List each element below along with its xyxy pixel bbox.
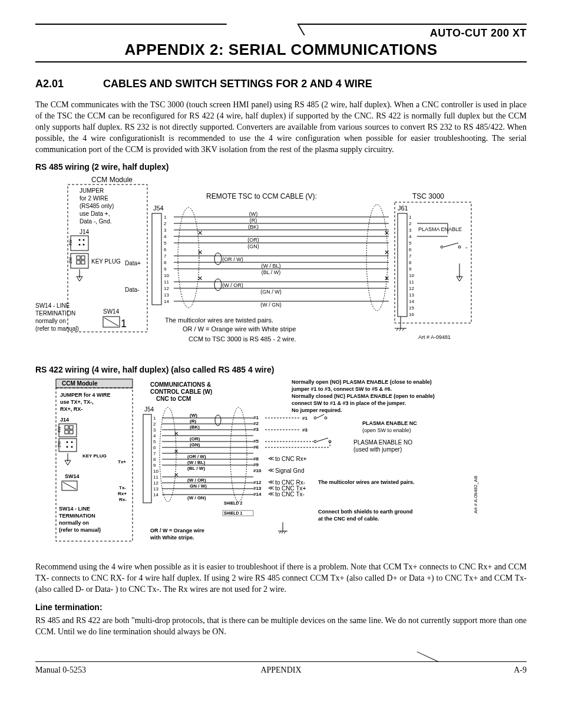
svg-rect-91	[395, 202, 471, 323]
svg-point-115	[458, 246, 461, 248]
svg-line-116	[444, 243, 458, 247]
svg-text:at the CNC end of cable.: at the CNC end of cable.	[318, 516, 379, 522]
svg-text:13: 13	[153, 486, 158, 492]
svg-text:7: 7	[164, 253, 167, 259]
svg-line-146	[63, 482, 76, 489]
svg-text:7: 7	[409, 253, 412, 259]
svg-line-30	[104, 318, 118, 326]
svg-text:The multicolor wires are twist: The multicolor wires are twisted pairs.	[165, 317, 273, 324]
svg-text:#5: #5	[253, 439, 259, 444]
svg-point-139	[71, 446, 73, 448]
svg-rect-35	[152, 213, 161, 305]
svg-text:#1: #1	[253, 415, 259, 420]
svg-text:12: 12	[153, 480, 158, 486]
svg-line-231	[279, 531, 281, 533]
svg-point-12	[83, 244, 85, 246]
svg-text:(GN): (GN)	[247, 243, 259, 249]
svg-point-80	[178, 207, 199, 308]
diagram2-heading: RS 422 wiring (4 wire, half duplex) (als…	[35, 365, 527, 374]
svg-rect-17	[77, 261, 80, 264]
svg-text:✕: ✕	[197, 275, 203, 282]
svg-text:(open SW to enable): (open SW to enable)	[362, 427, 411, 433]
svg-text:✕: ✕	[174, 430, 178, 437]
svg-text:(W / BL): (W / BL)	[187, 460, 206, 465]
svg-text:9: 9	[164, 266, 167, 272]
intro-paragraph: The CCM communicates with the TSC 3000 (…	[35, 100, 527, 155]
svg-text:JUMPER  for 4 WIRE: JUMPER for 4 WIRE	[60, 392, 111, 398]
svg-text:(OR): (OR)	[190, 436, 200, 442]
footer-right: A-9	[514, 666, 527, 675]
svg-text:#1: #1	[302, 416, 308, 421]
svg-text:(used with jumper): (used with jumper)	[353, 446, 402, 453]
svg-text:Normally open (NO) PLASMA ENAB: Normally open (NO) PLASMA ENABLE (close …	[292, 379, 432, 385]
svg-text:(RS485 only): (RS485 only)	[80, 203, 114, 209]
svg-text:#8: #8	[253, 456, 259, 462]
footer-center: APPENDIX	[260, 666, 301, 675]
svg-line-89	[402, 328, 404, 331]
svg-text:14: 14	[153, 492, 158, 498]
svg-text:COMMUNICATIONS &: COMMUNICATIONS &	[150, 381, 211, 388]
svg-text:4: 4	[409, 234, 412, 239]
svg-point-79	[214, 279, 222, 291]
svg-line-88	[399, 328, 401, 331]
svg-text:CCM Module: CCM Module	[91, 176, 133, 184]
svg-rect-131	[70, 426, 73, 429]
svg-text:10: 10	[409, 273, 414, 278]
svg-text:8: 8	[153, 457, 156, 462]
svg-text:5: 5	[409, 241, 412, 246]
svg-text:13: 13	[409, 292, 414, 298]
svg-point-10	[83, 239, 85, 241]
svg-text:with White stripe.: with White stripe.	[150, 535, 194, 541]
svg-text:-: -	[465, 243, 468, 251]
svg-text:(W / OR): (W / OR)	[222, 282, 243, 288]
svg-text:(refer to manual): (refer to manual)	[35, 325, 79, 332]
svg-text:use TX+, TX-,: use TX+, TX-,	[60, 399, 94, 405]
svg-text:(BK): (BK)	[248, 224, 259, 230]
diagram1-heading: RS 485 wiring (2 wire, half duplex)	[35, 162, 527, 172]
svg-text:(GN): (GN)	[190, 442, 200, 447]
svg-text:#2: #2	[253, 421, 259, 426]
svg-text:Data-: Data-	[125, 286, 139, 293]
svg-text:use Data +,: use Data +,	[80, 210, 110, 217]
svg-text:Normally closed (NC) PLASMA EN: Normally closed (NC) PLASMA ENABLE (open…	[292, 393, 435, 399]
svg-text:3: 3	[409, 228, 412, 233]
svg-point-138	[67, 446, 68, 448]
svg-text:≪: ≪	[268, 490, 274, 497]
svg-text:4W: 4W	[68, 240, 72, 246]
svg-text:7: 7	[153, 451, 156, 456]
svg-text:(GN / W): (GN / W)	[260, 289, 282, 295]
svg-text:1: 1	[153, 416, 156, 421]
svg-text:normally on: normally on	[35, 318, 66, 324]
svg-text:(OR): (OR)	[247, 237, 259, 243]
svg-text:11: 11	[409, 279, 414, 285]
svg-text:PLASMA ENABLE: PLASMA ENABLE	[418, 226, 462, 232]
svg-text:J14: J14	[60, 417, 69, 423]
diagram-rs485: CCM Module JUMPER for 2 WIRE (RS485 only…	[35, 175, 527, 358]
svg-rect-15	[77, 256, 80, 259]
svg-text:KEY PLUG: KEY PLUG	[82, 453, 107, 459]
svg-text:12: 12	[164, 286, 169, 291]
svg-text:TSC 3000: TSC 3000	[412, 192, 444, 200]
svg-text:11: 11	[164, 279, 169, 285]
svg-point-243	[325, 417, 327, 419]
svg-text:(W): (W)	[249, 211, 258, 217]
line-term-paragraph: RS 485 and RS 422 are both "multi-drop p…	[35, 615, 527, 638]
svg-text:#3: #3	[302, 427, 308, 433]
line-term-heading: Line termination:	[35, 602, 527, 612]
svg-rect-16	[81, 256, 85, 259]
svg-text:CCM to TSC 3000 is RS 485  - 2: CCM to TSC 3000 is RS 485 - 2 wire.	[189, 335, 296, 342]
svg-text:normally on: normally on	[59, 520, 89, 526]
svg-text:#10: #10	[253, 468, 262, 473]
svg-text:10: 10	[153, 469, 158, 474]
svg-text:(W / GN): (W / GN)	[187, 495, 206, 500]
svg-rect-133	[70, 430, 73, 434]
svg-text:9: 9	[409, 266, 412, 272]
svg-text:2W: 2W	[68, 258, 72, 264]
svg-text:Connect both shields to earth : Connect both shields to earth ground	[318, 509, 413, 515]
svg-line-87	[396, 328, 398, 331]
svg-text:Art # A-09481: Art # A-09481	[418, 334, 451, 340]
svg-line-250	[317, 438, 328, 442]
svg-point-137	[71, 442, 73, 443]
svg-rect-130	[65, 426, 68, 429]
svg-text:4: 4	[164, 234, 167, 239]
